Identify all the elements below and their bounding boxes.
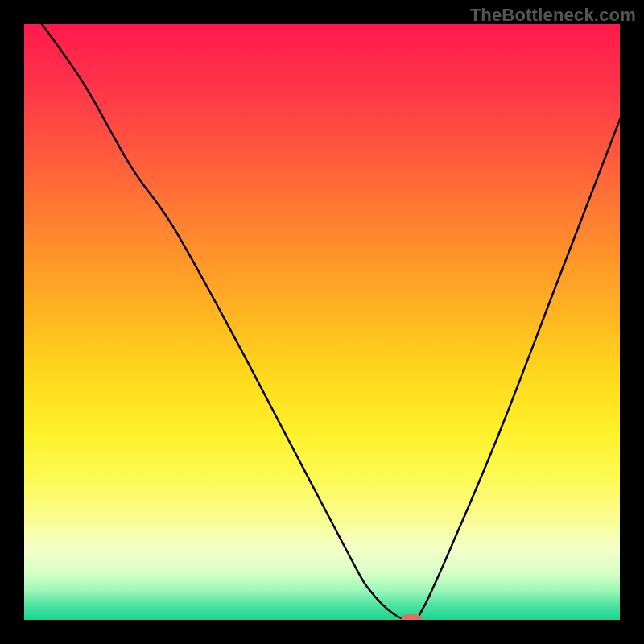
- chart-frame: TheBottleneck.com: [0, 0, 644, 644]
- plot-area: [24, 24, 620, 620]
- bottleneck-curve: [24, 24, 620, 620]
- attribution-text: TheBottleneck.com: [470, 5, 636, 26]
- optimum-marker: [401, 614, 422, 620]
